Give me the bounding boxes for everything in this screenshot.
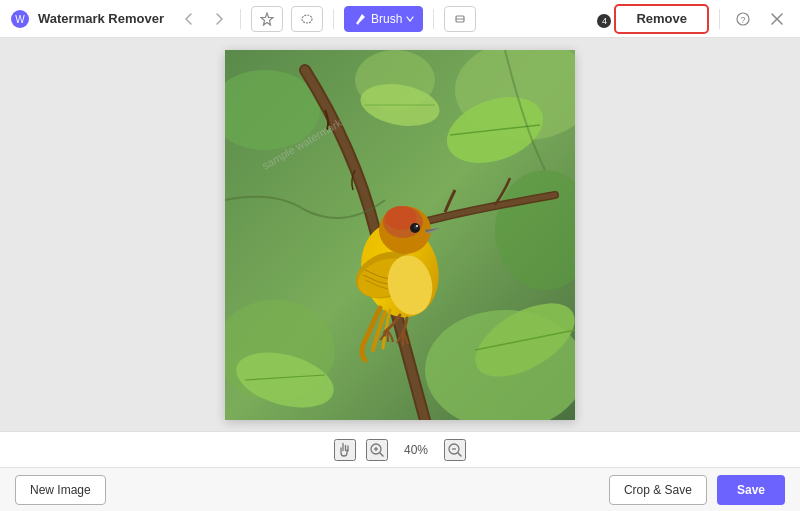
help-icon: ? (736, 12, 750, 26)
forward-button[interactable] (208, 8, 230, 30)
save-button[interactable]: Save (717, 475, 785, 505)
back-button[interactable] (178, 8, 200, 30)
zoom-bar: 40% (0, 431, 800, 467)
svg-text:W: W (15, 14, 25, 25)
app-title: Watermark Remover (38, 11, 164, 26)
zoom-in-button[interactable] (366, 439, 388, 461)
main-image: sample watermark (225, 50, 575, 420)
brush-tool-label: Brush (371, 12, 402, 26)
zoom-out-icon (447, 442, 463, 458)
brush-tool-button[interactable]: Brush (344, 6, 423, 32)
app-logo-icon: W (10, 9, 30, 29)
image-container: sample watermark (225, 50, 575, 420)
lasso-tool-button[interactable] (291, 6, 323, 32)
eraser-icon (453, 12, 467, 26)
separator-4 (719, 9, 720, 29)
hand-tool-button[interactable] (334, 439, 356, 461)
footer-right: Crop & Save Save (609, 475, 785, 505)
svg-text:?: ? (740, 15, 745, 25)
close-icon (771, 13, 783, 25)
close-button[interactable] (764, 6, 790, 32)
hand-icon (337, 442, 353, 458)
separator-2 (333, 9, 334, 29)
footer: New Image Crop & Save Save (0, 467, 800, 511)
zoom-in-icon (369, 442, 385, 458)
star-tool-button[interactable] (251, 6, 283, 32)
brush-dropdown-icon (406, 15, 414, 23)
svg-marker-2 (261, 13, 273, 25)
remove-button[interactable]: Remove (614, 4, 709, 34)
eraser-tool-button[interactable] (444, 6, 476, 32)
svg-line-39 (380, 453, 383, 456)
crop-save-button[interactable]: Crop & Save (609, 475, 707, 505)
lasso-icon (300, 12, 314, 26)
title-bar: W Watermark Remover Brush (0, 0, 800, 38)
star-icon (260, 12, 274, 26)
forward-icon (212, 12, 226, 26)
back-icon (182, 12, 196, 26)
new-image-button[interactable]: New Image (15, 475, 106, 505)
brush-icon (353, 12, 367, 26)
canvas-area[interactable]: sample watermark (0, 38, 800, 431)
help-button[interactable]: ? (730, 6, 756, 32)
svg-point-34 (416, 225, 418, 227)
zoom-out-button[interactable] (444, 439, 466, 461)
svg-point-3 (302, 15, 312, 23)
remove-badge: 4 (597, 14, 611, 28)
svg-line-42 (458, 453, 461, 456)
zoom-level: 40% (398, 443, 434, 457)
separator-1 (240, 9, 241, 29)
separator-3 (433, 9, 434, 29)
